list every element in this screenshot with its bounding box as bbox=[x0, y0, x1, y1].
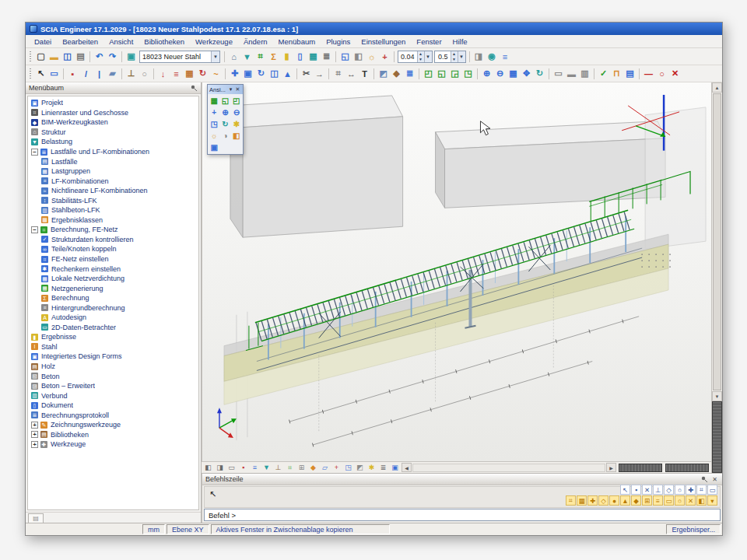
erase-icon[interactable]: ✕ bbox=[668, 67, 682, 80]
zoom-window-icon[interactable]: ◱ bbox=[219, 95, 230, 107]
perpendicular-snap-icon[interactable]: ⊥ bbox=[653, 485, 663, 495]
layer-manager-icon[interactable]: ≣ bbox=[403, 67, 416, 80]
menu-bearbeiten[interactable]: Bearbeiten bbox=[57, 37, 103, 47]
chevron-down-icon[interactable]: ▼ bbox=[424, 51, 432, 62]
clip-icon[interactable]: ◧ bbox=[231, 130, 242, 142]
light-icon[interactable]: ☼ bbox=[209, 130, 219, 142]
tree-item-werkzeuge[interactable]: +✚Werkzeuge bbox=[28, 439, 198, 450]
command-history-area[interactable]: ↖ ↖▪✕⊥◇○✚⌗▭ ⌗▦✚◇●▲◆⊞≡▭○✕◧▾ bbox=[204, 486, 721, 508]
plate-icon[interactable]: ▰ bbox=[106, 67, 119, 80]
status-results[interactable]: Ergebnisper... bbox=[666, 524, 721, 534]
tree-item-netzgenerierung[interactable]: ▦Netzgenerierung bbox=[28, 283, 198, 293]
tree-item-stahl[interactable]: IStahl bbox=[28, 342, 198, 352]
print-icon[interactable]: ▤ bbox=[74, 50, 87, 63]
support-display-icon[interactable]: ⊥ bbox=[272, 463, 284, 473]
menu-datei[interactable]: Datei bbox=[29, 37, 57, 47]
menubaum-dock-tab[interactable]: ▤ bbox=[28, 513, 44, 523]
hidden-lines-icon[interactable]: ▥ bbox=[578, 67, 591, 80]
tree-item-beton-erweitert[interactable]: ▨Beton – Erweitert bbox=[28, 381, 198, 391]
wireframe-icon[interactable]: ▭ bbox=[552, 67, 565, 80]
text-icon[interactable]: T bbox=[358, 67, 371, 80]
snap-mesh-icon[interactable]: ▦ bbox=[577, 495, 587, 506]
hinge-icon[interactable]: ○ bbox=[138, 67, 151, 80]
view-top-icon[interactable]: ◰ bbox=[422, 67, 435, 80]
point-load-icon[interactable]: ↓ bbox=[156, 67, 170, 80]
cross-section-icon[interactable]: ◩ bbox=[377, 67, 390, 80]
scale-icon[interactable]: ▲ bbox=[281, 67, 294, 80]
snap-cross-icon[interactable]: ✕ bbox=[686, 495, 696, 506]
pan-icon[interactable]: + bbox=[209, 107, 219, 118]
tree-item-beton[interactable]: ▧Beton bbox=[28, 371, 198, 381]
vertical-scrollbar[interactable]: ▲ ▼ bbox=[711, 82, 722, 473]
tree-item-strukturdaten-kontrollieren[interactable]: ✓Strukturdaten kontrollieren bbox=[28, 235, 198, 245]
tree-item-integriertes-design-forms[interactable]: ▣Integriertes Design Forms bbox=[28, 352, 198, 362]
orbit-icon[interactable]: ↻ bbox=[533, 67, 546, 80]
view-params-icon[interactable]: ◱ bbox=[338, 50, 352, 63]
snap-lines-icon[interactable]: ≡ bbox=[653, 495, 663, 506]
tree-item-bim-werkzeugkasten[interactable]: ◆BIM-Werkzeugkasten bbox=[28, 117, 198, 128]
zoom-all-icon[interactable]: ▦ bbox=[507, 67, 520, 80]
menu-bibliotheken[interactable]: Bibliotheken bbox=[139, 37, 190, 47]
gallery-icon[interactable]: ▦ bbox=[307, 50, 320, 63]
clipping-box-icon[interactable]: ◨ bbox=[472, 50, 486, 63]
menu-ansicht[interactable]: Ansicht bbox=[103, 37, 139, 47]
redo-icon[interactable]: ↷ bbox=[106, 50, 119, 63]
marquee-select-icon[interactable]: ▭ bbox=[47, 67, 61, 80]
expand-plus-icon[interactable]: + bbox=[31, 441, 38, 448]
node-icon[interactable]: ▪ bbox=[66, 67, 79, 80]
layers-icon[interactable]: ≡ bbox=[499, 50, 512, 63]
center-snap-icon[interactable]: ○ bbox=[675, 485, 685, 495]
status-unit[interactable]: mm bbox=[142, 524, 165, 534]
view-mode-icon[interactable]: ◧ bbox=[202, 463, 214, 473]
spin-up-icon[interactable]: ▲ bbox=[418, 51, 424, 57]
calculate-icon[interactable]: Σ bbox=[267, 50, 280, 63]
tree-item-berechnung-fe-netz[interactable]: −⌗Berechnung, FE-Netz bbox=[28, 225, 198, 235]
menu-werkzeuge[interactable]: Werkzeuge bbox=[190, 37, 238, 47]
line-color-icon[interactable]: — bbox=[642, 67, 655, 80]
structure-icon[interactable]: ⌂ bbox=[227, 50, 240, 63]
tree-item-berechnung[interactable]: ΣBerechnung bbox=[28, 293, 198, 303]
view-iso-icon[interactable]: ◳ bbox=[461, 67, 475, 80]
tree-item-stabilitäts-lfk[interactable]: ↕Stabilitäts-LFK bbox=[28, 195, 198, 205]
view-palette-header[interactable]: Ansi... ▾ ✕ bbox=[208, 85, 243, 94]
moment-load-icon[interactable]: ↻ bbox=[196, 67, 209, 80]
line-load-icon[interactable]: ≡ bbox=[170, 67, 183, 80]
tree-item-stahlbeton-lfk[interactable]: ▥Stahlbeton-LFK bbox=[28, 205, 198, 215]
work-plane-icon[interactable]: ▱ bbox=[319, 463, 331, 473]
minimized-window-2[interactable] bbox=[665, 464, 709, 472]
grid-toggle-icon[interactable]: ⊞ bbox=[296, 463, 307, 473]
rotate-icon[interactable]: ↻ bbox=[254, 67, 268, 80]
shadow-icon[interactable]: ◑ bbox=[219, 130, 230, 142]
chevron-down-icon[interactable]: ▼ bbox=[458, 51, 465, 62]
shaded-icon[interactable]: ▬ bbox=[565, 67, 578, 80]
axes-icon[interactable]: + bbox=[378, 50, 391, 63]
tree-item-lokale-netzverdichtung[interactable]: ▦Lokale Netzverdichtung bbox=[28, 274, 198, 284]
project-combo[interactable]: 18023 Neuer Stahl▼ bbox=[139, 51, 220, 63]
tree-item-lastfälle[interactable]: ▤Lastfälle bbox=[28, 156, 198, 166]
zoom-in-icon[interactable]: ⊕ bbox=[219, 107, 230, 118]
info-display-icon[interactable]: ▣ bbox=[389, 463, 401, 473]
tree-item-teile-knoten-koppeln[interactable]: ∞Teile/Knoten koppeln bbox=[28, 244, 198, 254]
move-icon[interactable]: ✚ bbox=[228, 67, 241, 80]
expand-plus-icon[interactable]: + bbox=[31, 422, 38, 429]
snap-point-icon[interactable]: ◇ bbox=[598, 495, 608, 506]
snap-more-icon[interactable]: ▾ bbox=[707, 495, 717, 506]
cursor-snap-icon[interactable]: ↖ bbox=[620, 485, 630, 495]
expand-plus-icon[interactable]: + bbox=[31, 431, 38, 438]
load-icon[interactable]: ▼ bbox=[240, 50, 254, 63]
tree-item-hintergrundberechnung[interactable]: ≡Hintergrundberechnung bbox=[28, 303, 198, 313]
dimension-icon[interactable]: ↔ bbox=[345, 67, 358, 80]
intersection-snap-icon[interactable]: ✕ bbox=[642, 485, 652, 495]
extend-icon[interactable]: → bbox=[313, 67, 326, 80]
spin-down-icon[interactable]: ▼ bbox=[418, 57, 424, 62]
quick-params-icon[interactable]: ✱ bbox=[366, 463, 377, 473]
tree-item-zeichnungswerkzeuge[interactable]: +✎Zeichnungswerkzeuge bbox=[28, 420, 198, 430]
tree-item-lastgruppen[interactable]: ▦Lastgruppen bbox=[28, 166, 198, 177]
column-icon[interactable]: | bbox=[93, 67, 106, 80]
menu-tree[interactable]: ▣Projekt⌗Linienraster und Geschosse◆BIM-… bbox=[27, 96, 199, 510]
scroll-right-icon[interactable]: ▶ bbox=[606, 463, 616, 472]
scroll-down-icon[interactable]: ▼ bbox=[712, 391, 722, 401]
render-icon[interactable]: ◧ bbox=[352, 50, 365, 63]
mirror-icon[interactable]: ◫ bbox=[268, 67, 281, 80]
scroll-up-icon[interactable]: ▲ bbox=[712, 82, 722, 93]
